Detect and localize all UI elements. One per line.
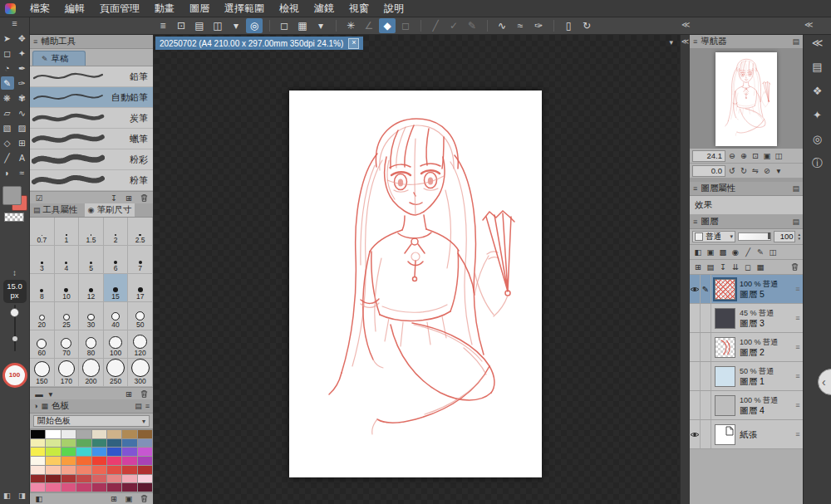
replace-color-icon[interactable]: ▣ [124,493,134,504]
layer-visibility-toggle[interactable] [690,275,701,303]
color-set-dropdown[interactable]: 開始色板 ▾ [33,415,150,427]
brush-size-17[interactable]: 17 [128,274,153,302]
subview-tab-icon[interactable]: ◎ [813,134,822,145]
subtool-group-tab-draft[interactable]: ✎ 草稿 [32,51,86,66]
opacity-spinner[interactable]: ▴ ▾ [798,232,800,241]
collapse-right-dock-icon[interactable]: ≪ [681,37,689,46]
refresh-process-icon[interactable]: ✳ [342,18,359,33]
stroke-bar-icon[interactable]: ▬ [34,389,44,399]
color-swatch-r2c7[interactable] [122,439,136,448]
export-icon[interactable]: ◫ [209,18,226,33]
palette-menu-icon[interactable]: ≡ [145,402,150,410]
layer-thumbnail[interactable] [715,424,735,445]
blend-mode-dropdown[interactable]: 普通 ▾ [692,231,735,242]
color-swatch-r4c7[interactable] [122,457,136,465]
layer-property-menu-icon[interactable]: ≡ [693,184,697,193]
swatch-set-tab-icon[interactable]: ▦ [41,402,48,410]
layer-grip[interactable]: ≡ [793,314,803,322]
layer-visibility-toggle[interactable] [690,420,701,448]
navigator-menu-icon[interactable]: ≡ [693,37,697,46]
subtool-pencil[interactable]: 鉛筆 [30,66,153,87]
menu-animation[interactable]: 動畫 [147,0,182,17]
merge-to-below-icon[interactable]: ⇊ [730,262,740,272]
lock-alpha-icon[interactable]: ▩ [718,247,728,257]
brush-size-100[interactable]: 100 [104,330,129,359]
layer-opacity-value[interactable]: 100 [774,231,795,242]
subtool-pastel[interactable]: 粉彩 [30,149,153,170]
toolbar-menu-icon[interactable]: ≡ [155,18,171,33]
menu-view[interactable]: 檢視 [272,0,307,17]
export-dropdown-icon[interactable]: ▾ [228,18,244,33]
sync-refresh-icon[interactable]: ↻ [578,18,595,33]
brush-size-12[interactable]: 12 [79,274,104,302]
menu-help[interactable]: 說明 [376,0,411,17]
zoom-out-icon[interactable]: ⊖ [727,150,737,161]
zoom-value[interactable]: 24.1 [692,150,725,162]
airbrush-tool[interactable]: ❋ [1,91,14,105]
main-color-chip[interactable] [2,186,22,205]
color-swatch-r1c2[interactable] [46,430,60,438]
eyedropper-tool[interactable]: ◔ [1,61,14,75]
color-swatch-r1c5[interactable] [92,430,106,438]
color-swatch-r2c5[interactable] [92,439,106,448]
delete-color-icon[interactable] [139,493,149,504]
color-mix-icon[interactable]: ◎ [246,18,263,33]
panel-divider[interactable]: ≪ [680,35,690,504]
color-swatch-r7c6[interactable] [107,483,121,492]
color-swatch-r3c3[interactable] [61,448,76,456]
apply-mask-icon[interactable]: ▦ [755,262,765,272]
layer-visibility-toggle[interactable] [690,333,701,361]
color-swatch-r3c2[interactable] [46,448,60,456]
import-subtool-icon[interactable]: ↧ [109,193,119,203]
brush-tool[interactable]: ✑ [16,76,29,90]
balloon-tool[interactable]: ◗ [1,166,14,179]
information-tab-icon[interactable]: ⓘ [812,158,823,169]
close-document-icon[interactable]: × [348,38,359,49]
delete-subtool-icon[interactable] [139,193,149,203]
menu-selection[interactable]: 選擇範圍 [217,0,272,17]
brush-size-0.7[interactable]: 0.7 [30,218,55,246]
color-swatch-r4c6[interactable] [107,457,121,465]
color-swatch-r1c6[interactable] [107,430,121,438]
color-swatch-r5c3[interactable] [61,466,76,474]
menu-window[interactable]: 視窗 [342,0,376,17]
toggle-right-panel-icon[interactable]: ◨ [17,490,27,501]
brush-size-1[interactable]: 1 [55,218,80,246]
subtool-chalk[interactable]: 粉筆 [30,170,153,191]
toggle-left-panel-icon[interactable]: ◧ [2,490,12,501]
color-swatch-r6c5[interactable] [92,475,106,483]
slider-knob[interactable] [10,308,19,317]
brush-size-8[interactable]: 8 [30,274,55,302]
layer-row-圖層 1[interactable]: 50 % 普通 圖層 1 ≡ [690,362,803,391]
panel-menu-icon[interactable]: ▤ [792,37,799,46]
snap-line-icon[interactable]: ╱ [427,18,444,33]
delete-size-icon[interactable] [139,389,149,399]
color-swatch-r3c4[interactable] [76,448,91,456]
color-swatch-r4c3[interactable] [61,457,76,465]
color-swatch-r2c6[interactable] [107,439,121,448]
color-swatch-r7c1[interactable] [31,483,45,492]
enable-mask-icon[interactable]: ◉ [730,247,740,257]
swap-colors-icon[interactable]: ◧ [34,493,44,504]
fill-tool[interactable]: ▧ [1,121,14,135]
layer-panel-menu-icon[interactable]: ≡ [693,218,697,226]
color-swatch-r7c8[interactable] [138,483,152,492]
color-swatch-r2c3[interactable] [61,439,76,448]
vector-pen-icon[interactable]: ✑ [530,18,547,33]
layer-grip[interactable]: ≡ [793,372,803,380]
decoration-tool[interactable]: ✾ [16,91,29,105]
color-swatch-r3c1[interactable] [31,448,45,456]
collapse-panels-icon[interactable]: ≪ [812,37,824,49]
layer-thumbnail[interactable] [715,395,735,416]
color-swatch-r5c4[interactable] [76,466,91,474]
menu-page-manage[interactable]: 頁面管理 [92,0,147,17]
brush-size-slider[interactable] [0,303,30,355]
subtool-mechanical-pencil[interactable]: 自動鉛筆 [30,87,153,108]
color-swatch-r1c7[interactable] [122,430,136,438]
color-swatch-r1c8[interactable] [138,430,152,438]
rotation-value[interactable]: 0.0 [692,165,725,177]
figure-tool[interactable]: ◇ [1,136,14,149]
color-swatch-r1c1[interactable] [31,430,45,438]
subtool-charcoal[interactable]: 炭筆 [30,108,153,129]
color-swatch-r4c1[interactable] [31,457,45,465]
